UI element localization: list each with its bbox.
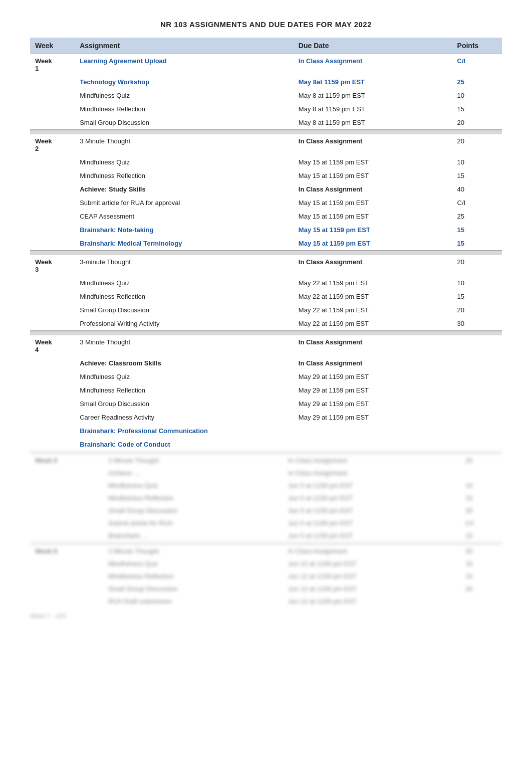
points-cell xyxy=(452,335,502,356)
blurred-week-label xyxy=(30,595,103,608)
blurred-week-label xyxy=(30,582,103,595)
points-cell: 25 xyxy=(452,75,502,89)
blurred-week-label: Week 5 xyxy=(30,454,103,467)
blurred-assignment: RUA Draft submission xyxy=(103,595,283,608)
table-row: Mindfulness QuizMay 8 at 1159 pm EST10 xyxy=(30,89,502,102)
week-label xyxy=(30,317,75,331)
section-divider xyxy=(30,331,502,335)
assignment-cell: Brainshark: Medical Terminology xyxy=(75,237,294,251)
assignment-cell: Learning Agreement Upload xyxy=(75,54,294,76)
table-row: Week33-minute ThoughtIn Class Assignment… xyxy=(30,255,502,276)
week-label xyxy=(30,196,75,210)
week-label xyxy=(30,424,75,438)
blurred-week-label xyxy=(30,529,103,542)
due-date-cell: May 29 at 1159 pm EST xyxy=(294,370,452,383)
blurred-due-date: Jun 12 at 1159 pm EST xyxy=(283,570,460,582)
points-cell xyxy=(452,438,502,451)
due-date-cell: May 15 at 1159 pm EST xyxy=(294,196,452,210)
assignment-cell: Brainshark: Note-taking xyxy=(75,223,294,237)
table-row: Mindfulness ReflectionMay 15 at 1159 pm … xyxy=(30,169,502,182)
assignment-cell: 3-minute Thought xyxy=(75,255,294,276)
blurred-table-row: Brainshark: ... Jun 5 at 1159 pm EST 15 xyxy=(30,529,502,542)
week-label xyxy=(30,210,75,223)
table-row: Submit article for RUA for approvalMay 1… xyxy=(30,196,502,210)
table-row: Week23 Minute ThoughtIn Class Assignment… xyxy=(30,134,502,155)
assignment-cell: Professional Writing Activity xyxy=(75,317,294,331)
assignment-cell: Brainshark: Professional Communication xyxy=(75,424,294,438)
table-row: Brainshark: Professional Communication xyxy=(30,424,502,438)
blurred-assignment: Mindfulness Reflection xyxy=(103,570,283,582)
table-row: Small Group DiscussionMay 22 at 1159 pm … xyxy=(30,303,502,317)
week-label xyxy=(30,303,75,317)
blurred-points: 15 xyxy=(460,570,502,582)
due-date-cell: In Class Assignment xyxy=(294,356,452,370)
assignment-cell: Small Group Discussion xyxy=(75,397,294,411)
points-cell xyxy=(452,397,502,411)
blurred-due-date: Jun 12 at 1159 pm EST xyxy=(283,557,460,570)
points-cell: 20 xyxy=(452,303,502,317)
assignment-cell: Mindfulness Quiz xyxy=(75,89,294,102)
assignment-cell: CEAP Assessment xyxy=(75,210,294,223)
week-label xyxy=(30,397,75,411)
blurred-table-row: Week 5 3 Minute Thought In Class Assignm… xyxy=(30,454,502,467)
due-date-cell: In Class Assignment xyxy=(294,134,452,155)
blurred-week-label xyxy=(30,504,103,517)
table-row: Technology WorkshopMay 8at 1159 pm EST25 xyxy=(30,75,502,89)
table-row: Week1Learning Agreement UploadIn Class A… xyxy=(30,54,502,76)
week-label xyxy=(30,370,75,383)
blurred-points: 15 xyxy=(460,529,502,542)
assignments-table: Week Assignment Due Date Points Week1Lea… xyxy=(30,38,502,451)
blurred-assignment: Small Group Discussion xyxy=(103,582,283,595)
due-date-cell: In Class Assignment xyxy=(294,255,452,276)
page-title: NR 103 ASSIGNMENTS AND DUE DATES FOR MAY… xyxy=(30,20,502,29)
due-date-cell: May 15 at 1159 pm EST xyxy=(294,223,452,237)
blurred-week-label xyxy=(30,570,103,582)
week-label xyxy=(30,276,75,290)
assignment-cell: Mindfulness Reflection xyxy=(75,383,294,397)
blurred-table-row: Mindfulness Quiz Jun 12 at 1159 pm EST 1… xyxy=(30,557,502,570)
blurred-due-date: Jun 5 at 1159 pm EST xyxy=(283,504,460,517)
table-row: Professional Writing ActivityMay 22 at 1… xyxy=(30,317,502,331)
blurred-due-date: In Class Assignment xyxy=(283,467,460,479)
points-cell: 25 xyxy=(452,210,502,223)
due-date-cell: May 8at 1159 pm EST xyxy=(294,75,452,89)
points-cell xyxy=(452,383,502,397)
blurred-table-row: Week 6 3 Minute Thought In Class Assignm… xyxy=(30,545,502,557)
section-divider xyxy=(30,251,502,255)
blurred-due-date: Jun 12 at 1159 pm EST xyxy=(283,582,460,595)
due-date-cell: May 8 at 1159 pm EST xyxy=(294,102,452,116)
points-cell: 30 xyxy=(452,317,502,331)
table-row: Small Group DiscussionMay 29 at 1159 pm … xyxy=(30,397,502,411)
assignment-cell: 3 Minute Thought xyxy=(75,134,294,155)
week-label xyxy=(30,383,75,397)
blurred-table-row: Mindfulness Quiz Jun 5 at 1159 pm EST 10 xyxy=(30,479,502,492)
week-label xyxy=(30,438,75,451)
week-label xyxy=(30,182,75,196)
blurred-week-label: Week 6 xyxy=(30,545,103,557)
due-date-cell: May 8 at 1159 pm EST xyxy=(294,116,452,130)
due-date-cell xyxy=(294,438,452,451)
col-due-date: Due Date xyxy=(294,38,452,54)
points-cell xyxy=(452,356,502,370)
due-date-cell: May 15 at 1159 pm EST xyxy=(294,155,452,169)
blurred-assignment: 3 Minute Thought xyxy=(103,454,283,467)
blurred-week-label xyxy=(30,467,103,479)
assignment-cell: Brainshark: Code of Conduct xyxy=(75,438,294,451)
assignment-cell: Technology Workshop xyxy=(75,75,294,89)
blurred-points: 10 xyxy=(460,479,502,492)
table-header: Week Assignment Due Date Points xyxy=(30,38,502,54)
week-label: Week2 xyxy=(30,134,75,155)
table-row: Mindfulness QuizMay 22 at 1159 pm EST10 xyxy=(30,276,502,290)
due-date-cell: In Class Assignment xyxy=(294,335,452,356)
week-label: Week3 xyxy=(30,255,75,276)
blurred-assignment: Mindfulness Reflection xyxy=(103,492,283,504)
col-week: Week xyxy=(30,38,75,54)
blurred-table-row: Submit article for RUA Jun 5 at 1159 pm … xyxy=(30,517,502,529)
table-row: Brainshark: Code of Conduct xyxy=(30,438,502,451)
blurred-week-label xyxy=(30,479,103,492)
assignment-cell: Submit article for RUA for approval xyxy=(75,196,294,210)
col-assignment: Assignment xyxy=(75,38,294,54)
blurred-assignment: Submit article for RUA xyxy=(103,517,283,529)
table-row: Small Group DiscussionMay 8 at 1159 pm E… xyxy=(30,116,502,130)
table-row: Achieve: Classroom SkillsIn Class Assign… xyxy=(30,356,502,370)
